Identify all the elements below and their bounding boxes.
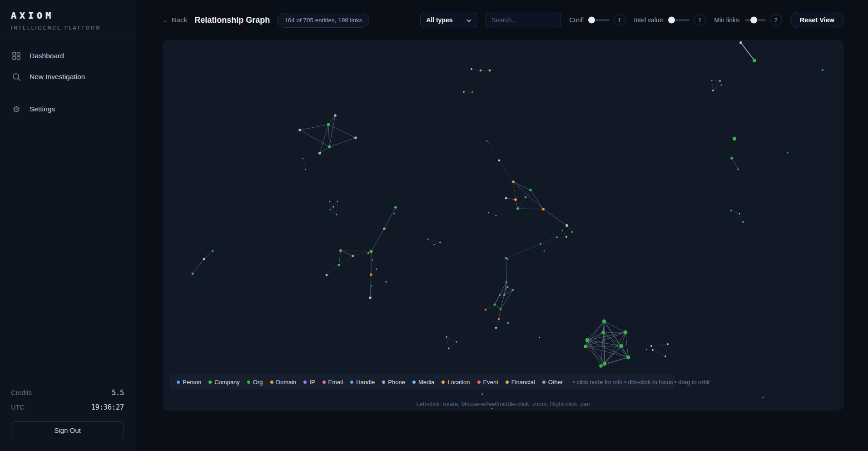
graph-node-f3[interactable] [525,196,527,199]
graph-node-d7[interactable] [372,259,373,261]
graph-node-h3[interactable] [506,286,508,288]
type-filter-select[interactable]: All types [420,12,477,28]
graph-node-b1[interactable] [212,250,213,252]
graph-node-h1[interactable] [505,257,507,259]
graph-svg[interactable] [163,40,844,411]
intel-slider[interactable] [669,19,689,21]
sign-out-button[interactable]: Sign Out [11,421,124,439]
graph-node-h2[interactable] [506,281,507,283]
graph-node-f1[interactable] [512,180,515,183]
graph-node-j4[interactable] [665,356,666,357]
graph-node-r3[interactable] [439,241,441,243]
graph-node-h8[interactable] [500,308,501,310]
graph-node-p1[interactable] [730,210,732,211]
graph-node-p2[interactable] [739,213,740,214]
graph-node-i1[interactable] [602,320,606,324]
graph-node-i7[interactable] [626,356,630,360]
graph-node-f0[interactable] [498,160,501,162]
graph-node-t2[interactable] [481,393,483,395]
graph-node-n1[interactable] [733,137,736,140]
graph-node-d4[interactable] [370,273,372,276]
graph-node-h6[interactable] [499,294,501,296]
graph-node-g4[interactable] [556,236,558,238]
reset-view-button[interactable]: Reset View [790,12,844,28]
graph-node-f2[interactable] [529,189,532,191]
graph-node-u2[interactable] [456,341,457,342]
graph-node-m1[interactable] [711,80,712,81]
min-links-slider-thumb[interactable] [750,17,757,24]
graph-node-j1[interactable] [650,345,652,347]
graph-node-f7[interactable] [542,208,545,210]
graph-node-a3[interactable] [298,129,301,131]
graph-node-j2[interactable] [667,343,669,345]
graph-node-h5[interactable] [503,294,505,296]
graph-node-d1b[interactable] [367,252,369,254]
back-link[interactable]: ← Back [163,16,187,24]
graph-node-d3[interactable] [394,206,397,209]
graph-node-d1[interactable] [370,250,373,253]
graph-node-s1[interactable] [385,281,387,282]
graph-node-i6[interactable] [620,344,624,348]
graph-node-p3[interactable] [742,221,744,223]
graph-node-h4[interactable] [512,289,514,291]
graph-node-c4[interactable] [326,274,328,276]
graph-node-t3[interactable] [491,408,492,409]
graph-node-k5[interactable] [471,91,473,93]
graph-node-f00[interactable] [486,140,488,142]
graph-node-c1[interactable] [339,249,342,252]
graph-node-h12[interactable] [507,322,509,324]
graph-node-a1[interactable] [334,114,337,117]
graph-node-d5[interactable] [369,296,372,299]
graph-node-g1[interactable] [565,224,568,227]
graph-node-d3b[interactable] [393,213,395,214]
graph-node-i9[interactable] [599,364,603,368]
graph-node-g3[interactable] [565,236,567,238]
graph-node-h1b[interactable] [507,258,509,260]
sidebar-item-settings[interactable]: ⚙ Settings [0,99,135,120]
graph-node-f5[interactable] [505,197,507,200]
graph-node-a6[interactable] [318,152,321,155]
graph-node-g2[interactable] [571,231,573,233]
graph-node-m4[interactable] [712,90,714,91]
graph-node-i8[interactable] [603,362,607,366]
graph-node-a8[interactable] [305,169,306,170]
graph-node-b2[interactable] [203,258,205,261]
conf-slider[interactable] [589,19,610,21]
graph-node-a5[interactable] [328,145,331,148]
graph-node-e1[interactable] [329,200,330,202]
graph-node-k1[interactable] [471,68,472,70]
min-links-slider[interactable] [745,19,766,21]
graph-node-a2[interactable] [327,123,330,126]
graph-node-e5[interactable] [332,206,334,207]
graph-node-d8[interactable] [376,268,377,270]
intel-slider-thumb[interactable] [668,17,675,24]
graph-node-a7[interactable] [303,158,304,159]
graph-node-i5[interactable] [584,345,587,348]
graph-node-b3[interactable] [192,273,194,275]
conf-slider-thumb[interactable] [588,17,595,24]
graph-node-n2[interactable] [787,152,788,153]
graph-node-c2[interactable] [352,255,354,257]
graph-node-r2[interactable] [433,244,435,245]
graph-node-f4[interactable] [514,198,517,201]
graph-node-k3[interactable] [489,70,491,72]
graph-node-i3[interactable] [624,331,628,335]
graph-node-l3[interactable] [822,69,823,71]
graph-node-h10[interactable] [498,318,500,320]
graph-node-d6[interactable] [371,285,372,286]
graph-node-w1[interactable] [543,250,545,251]
graph-node-f6[interactable] [516,207,519,210]
graph-node-g5[interactable] [540,243,541,245]
graph-node-k2[interactable] [480,70,482,72]
graph-node-r1[interactable] [427,238,428,240]
graph-node-p0b[interactable] [737,168,739,170]
graph-node-p0[interactable] [730,157,733,160]
graph-node-v2[interactable] [495,215,496,216]
graph-node-h9[interactable] [485,309,486,311]
graph-node-g6[interactable] [561,230,563,231]
sidebar-item-dashboard[interactable]: Dashboard [0,45,135,66]
graph-node-a4[interactable] [354,136,357,139]
graph-node-u1[interactable] [446,336,447,337]
graph-node-u3[interactable] [448,347,449,349]
graph-node-w2[interactable] [539,337,540,338]
